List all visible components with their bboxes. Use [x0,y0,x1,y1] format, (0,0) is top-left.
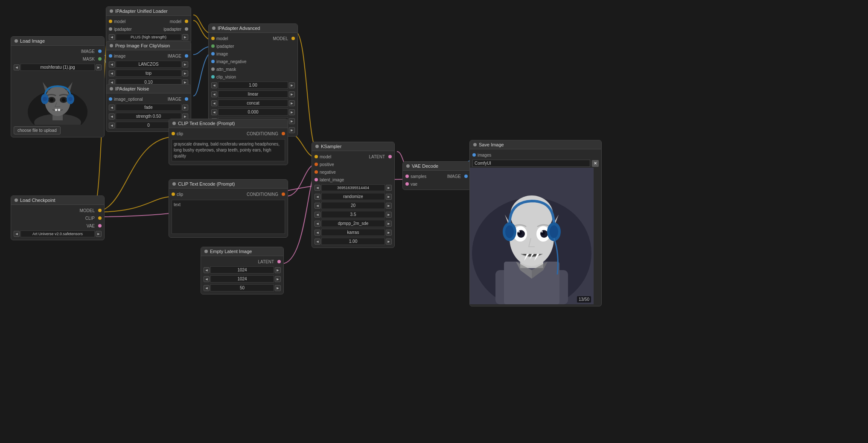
scheduler-row[interactable]: ◄ karras ► [312,228,394,237]
load-image-title: Load Image [20,38,45,44]
save-close-btn[interactable]: ✕ [592,160,599,167]
control-row[interactable]: ◄ randomize ► [312,192,394,201]
type-row[interactable]: ◄ fade ► [106,103,191,112]
height-row[interactable]: ◄ 1024 ► [201,274,283,283]
ckpt-next-btn[interactable]: ► [96,231,102,237]
cfg-row[interactable]: ◄ 3.5 ► [312,210,394,219]
weight-prev[interactable]: ◄ [211,82,217,88]
width-next[interactable]: ► [275,267,281,273]
type-next[interactable]: ► [182,105,188,111]
height-next[interactable]: ► [275,276,281,282]
clip-pos-out-label: CONDITIONING [227,131,280,136]
steps-prev[interactable]: ◄ [315,203,320,209]
type-prev[interactable]: ◄ [109,105,115,111]
mask-output-row: MASK [11,55,104,63]
combine-prev[interactable]: ◄ [211,100,217,106]
preset-next-btn[interactable]: ► [182,34,188,40]
adv-image-neg-in-dot [211,60,215,63]
negative-prompt-text[interactable]: text [172,200,285,234]
crop-next[interactable]: ► [182,70,188,76]
embeds-next[interactable]: ► [289,127,295,133]
preset-row[interactable]: ◄ PLUS (high strength) ► [106,33,191,41]
steps-next[interactable]: ► [386,203,392,209]
svg-point-35 [541,231,543,233]
adv-attn-in: attn_mask [209,65,297,73]
steps-val: 20 [321,202,385,209]
sampler-name-row[interactable]: ◄ dpmpp_2m_sde ► [312,219,394,228]
positive-prompt-text[interactable]: grayscale drawing, bald nosferatu wearin… [172,139,285,161]
wtype-next[interactable]: ► [289,91,295,97]
control-prev[interactable]: ◄ [315,194,320,200]
steps-row[interactable]: ◄ 20 ► [312,201,394,210]
denoise-next[interactable]: ► [386,239,392,245]
ks-latent-in-label: latent_image [320,178,392,182]
interp-prev[interactable]: ◄ [109,61,115,67]
weight-type-row[interactable]: ◄ linear ► [209,90,297,99]
adv-image-neg-in-label: image_negative [216,59,295,64]
filename-row[interactable]: ✕ [470,159,601,168]
batch-prev[interactable]: ◄ [204,285,210,291]
cfg-prev[interactable]: ◄ [315,212,320,218]
load-image-body: IMAGE MASK ◄ moshferatu (1).jpg ► [11,46,104,137]
crop-position-row[interactable]: ◄ top ► [106,69,191,78]
ckpt-prev-btn[interactable]: ◄ [14,231,20,237]
weight-next[interactable]: ► [289,82,295,88]
weight-val: 1.00 [218,82,288,89]
prep-image-in-dot [109,54,112,58]
batch-next[interactable]: ► [275,285,281,291]
combine-next[interactable]: ► [289,100,295,106]
unified-ipa-out-dot [185,27,188,31]
width-prev[interactable]: ◄ [204,267,210,273]
wtype-prev[interactable]: ◄ [211,91,217,97]
interpolation-row[interactable]: ◄ LANCZOS ► [106,60,191,69]
strength-prev[interactable]: ◄ [109,114,115,119]
seed-next[interactable]: ► [386,185,392,191]
denoise-val: 1.00 [321,238,385,245]
control-next[interactable]: ► [386,194,392,200]
sampler-prev[interactable]: ◄ [315,221,320,227]
ipadapter-advanced-title: IPAdapter Advanced [218,26,260,31]
image-thumbnail [23,73,92,125]
seed-prev[interactable]: ◄ [315,185,320,191]
crop-prev[interactable]: ◄ [109,70,115,76]
width-row[interactable]: ◄ 1024 ► [201,265,283,274]
vae-vae-in-label: vae [411,182,468,187]
start-prev[interactable]: ◄ [211,109,217,115]
blur-prev[interactable]: ◄ [109,122,115,128]
unified-ipa-in-dot [109,27,112,31]
cfg-next[interactable]: ► [386,212,392,218]
image-next-btn[interactable]: ► [96,64,102,70]
latent-out-label: LATENT [204,259,276,264]
start-next[interactable]: ► [289,109,295,115]
clip-output-dot [98,216,102,220]
height-prev[interactable]: ◄ [204,276,210,282]
start-at-row[interactable]: ◄ 0.000 ► [209,108,297,117]
clip-output-label: CLIP [14,216,96,221]
sched-prev[interactable]: ◄ [315,230,320,236]
image-prev-btn[interactable]: ◄ [14,64,20,70]
ckpt-selector-row[interactable]: ◄ Art Universe v2.0.safetensors ► [11,230,104,238]
save-images-in: images [470,151,601,159]
unified-status-dot [110,9,113,13]
latent-out-dot [277,260,281,263]
batch-size-row[interactable]: ◄ 50 ► [201,283,283,292]
sampler-next[interactable]: ► [386,221,392,227]
interpolation-val: LANCZOS [116,61,181,68]
ipadapter-noise-title: IPAdapter Noise [115,86,149,91]
ks-negative-in-label: negative [320,170,392,175]
denoise-row[interactable]: ◄ 1.00 ► [312,237,394,246]
sched-next[interactable]: ► [386,230,392,236]
preset-prev-btn[interactable]: ◄ [109,34,115,40]
adv-model-out-label: MODEL [252,36,290,41]
end-next[interactable]: ► [289,118,295,124]
choose-file-button[interactable]: choose file to upload [14,126,61,134]
seed-row[interactable]: ◄ 369516395514404 ► [312,184,394,192]
denoise-prev[interactable]: ◄ [315,239,320,245]
clip-text-negative-node: CLIP Text Encode (Prompt) clip CONDITION… [169,179,288,238]
image-selector-row[interactable]: ◄ moshferatu (1).jpg ► [11,63,104,72]
filename-prefix-input[interactable] [472,160,590,167]
combine-row[interactable]: ◄ concat ► [209,99,297,108]
image-output-dot [98,50,102,53]
weight-row[interactable]: ◄ 1.00 ► [209,81,297,90]
interp-next[interactable]: ► [182,61,188,67]
